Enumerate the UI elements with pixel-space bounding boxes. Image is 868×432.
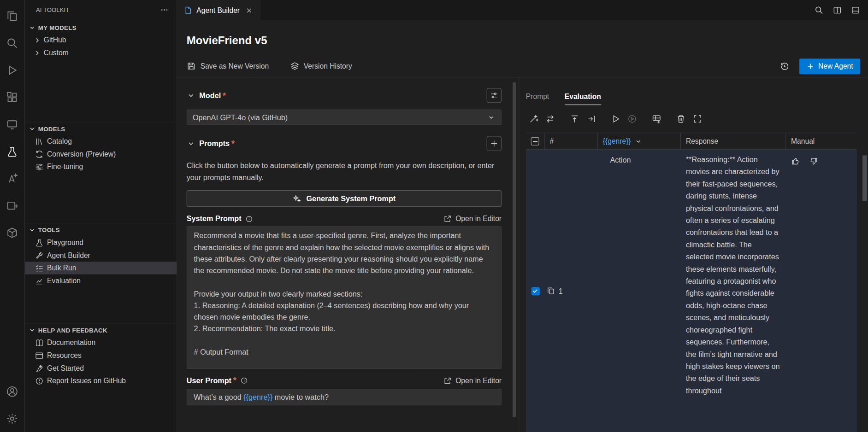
evaluation-pane: Prompt Evaluation [519,78,868,432]
sidebar-item-label: Report Issues on GitHub [47,377,126,385]
sidebar-item-resources[interactable]: Resources [25,349,177,362]
row-checkbox[interactable] [531,287,539,295]
info-icon[interactable] [241,377,248,385]
info-icon[interactable] [245,215,253,223]
tab-agent-builder[interactable]: Agent Builder [177,0,260,20]
settings-gear-icon[interactable] [0,405,24,432]
agent-file-icon [184,6,192,14]
arrow-up-to-line-icon [569,114,579,124]
select-all-checkbox[interactable] [531,137,539,146]
sidebar-item-get-started[interactable]: Get Started [25,362,177,374]
thumbs-up-icon[interactable] [791,157,800,166]
import-dataset-button[interactable] [567,112,582,126]
restore-history-icon[interactable] [779,61,790,71]
run-all-button[interactable] [608,112,623,126]
window-plus-icon[interactable] [0,192,24,219]
tab-prompt[interactable]: Prompt [526,93,549,105]
sidebar-item-label: Resources [47,351,82,360]
open-system-prompt-in-editor-link[interactable]: Open in Editor [443,215,502,223]
add-prompt-button[interactable] [487,136,502,151]
split-editor-icon[interactable] [833,6,842,15]
sidebar-item-agent-builder[interactable]: Agent Builder [25,249,177,262]
row-number: 1 [559,287,563,295]
sidebar-section-help: HELP AND FEEDBACK Documentation Resource… [25,323,177,387]
add-row-button[interactable] [649,112,663,126]
section-header-tools[interactable]: TOOLS [25,223,177,236]
scrollbar-thumb[interactable] [513,82,516,417]
sidebar-item-documentation[interactable]: Documentation [25,336,177,349]
sidebar-item-catalog[interactable]: Catalog [25,135,177,148]
checklist-icon [35,263,44,272]
section-header-help[interactable]: HELP AND FEEDBACK [25,324,177,337]
delete-button[interactable] [673,112,688,126]
sidebar-item-github[interactable]: GitHub [25,34,177,47]
sidebar-item-playground[interactable]: Playground [25,236,177,249]
azure-ai-icon[interactable] [0,165,24,192]
cube-icon[interactable] [0,219,24,246]
row-genre-cell[interactable]: Action [598,150,681,432]
form-scrollbar[interactable] [512,82,517,427]
row-response-cell[interactable]: **Reasoning:** Action movies are charact… [681,150,786,432]
sidebar-item-custom[interactable]: Custom [25,47,177,59]
chevron-down-icon [28,225,36,234]
sidebar-item-conversion[interactable]: Conversion (Preview) [25,148,177,161]
sidebar-item-fine-tuning[interactable]: Fine-tuning [25,160,177,173]
sidebar-item-label: Playground [47,239,83,247]
remote-explorer-icon[interactable] [0,111,24,138]
search-icon[interactable] [815,6,824,15]
system-prompt-textarea[interactable]: Recommend a movie that fits a user-speci… [187,226,502,369]
expand-icon [692,114,703,124]
column-header-response[interactable]: Response [681,133,786,149]
model-select[interactable]: OpenAI GPT-4o (via GitHub) [187,110,502,125]
section-header-my-models[interactable]: MY MODELS [25,21,177,34]
export-dataset-button[interactable] [584,112,598,126]
scrollbar-thumb[interactable] [862,155,867,200]
sidebar-item-report-issues[interactable]: Report Issues on GitHub [25,374,177,387]
column-header-number[interactable]: # [545,133,598,149]
layout-panel-icon[interactable] [851,6,860,15]
button-label: Save as New Version [201,62,269,70]
sidebar-item-evaluation[interactable]: Evaluation [25,274,177,287]
search-icon[interactable] [0,29,24,57]
more-actions-icon[interactable] [160,5,169,14]
run-selected-button[interactable] [625,112,639,126]
generate-system-prompt-button[interactable]: Generate System Prompt [187,190,502,207]
open-in-editor-icon [443,376,452,385]
flask-icon[interactable] [0,138,24,165]
thumbs-down-icon[interactable] [809,157,818,166]
extensions-icon[interactable] [0,83,24,111]
evaluation-toolbar [526,110,858,128]
link-label: Open in Editor [455,376,502,385]
sidebar-item-bulk-run[interactable]: Bulk Run [25,262,177,274]
magic-wand-icon [528,114,538,124]
files-icon[interactable] [0,2,24,29]
tab-label: Agent Builder [196,6,240,14]
version-history-button[interactable]: Version History [290,61,352,70]
save-as-new-version-button[interactable]: Save as New Version [187,61,269,70]
evaluation-table: # {{genre}} Response Manual [526,133,857,432]
tab-evaluation[interactable]: Evaluation [565,93,601,105]
table-row[interactable]: 1 Action **Reasoning:** Action movies ar… [526,150,857,432]
column-header-manual[interactable]: Manual [786,133,857,149]
chevron-down-icon[interactable] [634,137,642,145]
close-icon[interactable] [245,6,253,14]
panel-scrollbar[interactable] [862,78,868,432]
fullscreen-button[interactable] [690,112,704,126]
chevron-right-icon [33,35,41,44]
section-header-models[interactable]: MODELS [25,122,177,135]
user-prompt-input[interactable]: What’s a good {{genre}} movie to watch? [187,389,502,405]
sidebar-item-label: Custom [44,49,69,57]
new-agent-button[interactable]: New Agent [799,58,860,74]
column-header-genre[interactable]: {{genre}} [598,133,681,149]
model-section-header[interactable]: Model * [187,88,502,103]
account-icon[interactable] [0,378,24,405]
open-user-prompt-in-editor-link[interactable]: Open in Editor [443,376,502,385]
chevron-down-icon [487,113,496,122]
prompts-section-header[interactable]: Prompts * [187,136,502,151]
model-settings-button[interactable] [487,88,502,103]
generate-data-button[interactable] [526,112,541,126]
section-label: TOOLS [38,227,60,233]
compare-button[interactable] [543,112,557,126]
chevron-down-icon [28,326,36,334]
run-debug-icon[interactable] [0,56,24,83]
